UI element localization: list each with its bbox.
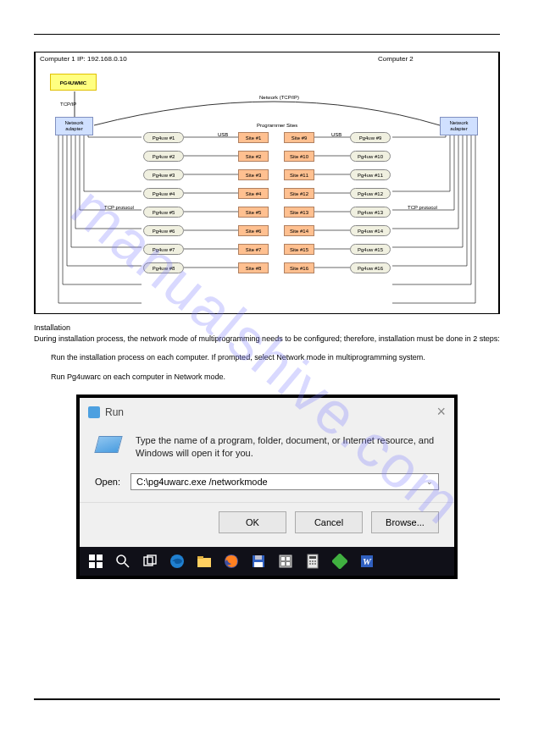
- open-label: Open:: [95, 477, 120, 487]
- pg4uw-left-6: Pg4uw #6: [143, 225, 184, 236]
- svg-rect-27: [332, 554, 347, 569]
- svg-rect-16: [286, 557, 290, 560]
- save-disk-icon[interactable]: [246, 549, 271, 574]
- open-combobox[interactable]: C:\pg4uwarc.exe /networkmode ⌄: [130, 473, 439, 490]
- svg-rect-18: [286, 562, 290, 566]
- browse-button[interactable]: Browse...: [371, 511, 439, 533]
- firefox-icon[interactable]: [219, 549, 244, 574]
- svg-rect-13: [254, 562, 263, 567]
- pg4uw-left-3: Pg4uw #3: [143, 169, 184, 180]
- run-title: Run: [105, 406, 124, 418]
- site-right-7: Site #15: [284, 244, 314, 255]
- svg-rect-1: [97, 555, 103, 560]
- taskbar: W: [80, 547, 454, 576]
- pg4uw-right-5: Pg4uw #13: [350, 207, 391, 218]
- open-value: C:\pg4uwarc.exe /networkmode: [136, 477, 426, 487]
- site-right-1: Site #9: [284, 132, 314, 143]
- explorer-icon[interactable]: [192, 549, 217, 574]
- run-description: Type the name of a program, folder, docu…: [136, 434, 439, 460]
- svg-point-21: [309, 560, 311, 562]
- site-right-4: Site #12: [284, 188, 314, 199]
- word-icon[interactable]: W: [354, 549, 380, 574]
- wires: [35, 52, 501, 315]
- svg-point-25: [312, 563, 314, 565]
- svg-rect-2: [89, 562, 95, 568]
- site-left-5: Site #5: [238, 207, 269, 218]
- run-title-icon: [88, 406, 100, 418]
- search-icon[interactable]: [110, 549, 136, 574]
- site-left-8: Site #8: [238, 262, 269, 273]
- site-right-5: Site #13: [284, 207, 314, 218]
- app-icon-2[interactable]: [327, 549, 353, 574]
- svg-rect-20: [309, 556, 316, 559]
- site-left-1: Site #1: [238, 132, 269, 143]
- pg4uw-left-5: Pg4uw #5: [143, 207, 184, 218]
- svg-text:W: W: [363, 556, 372, 566]
- pg4uw-right-1: Pg4uw #9: [350, 132, 391, 143]
- site-left-4: Site #4: [238, 188, 269, 199]
- cancel-button[interactable]: Cancel: [295, 511, 363, 533]
- site-left-3: Site #3: [238, 169, 269, 180]
- site-right-6: Site #14: [284, 225, 314, 236]
- svg-rect-17: [281, 562, 285, 566]
- svg-rect-8: [197, 558, 211, 567]
- task-view-icon[interactable]: [137, 549, 163, 574]
- svg-point-26: [314, 563, 316, 565]
- chevron-down-icon[interactable]: ⌄: [426, 477, 433, 486]
- ok-button[interactable]: OK: [219, 511, 286, 533]
- site-right-8: Site #16: [284, 262, 314, 273]
- paragraph-1: Installation During installation process…: [34, 323, 500, 344]
- screenshot-frame: Run × Type the name of a program, folder…: [76, 395, 458, 579]
- svg-point-24: [309, 563, 311, 565]
- run-app-icon: [95, 434, 125, 460]
- pg4uw-right-4: Pg4uw #12: [350, 188, 391, 199]
- app-icon-1[interactable]: [273, 549, 298, 574]
- svg-rect-0: [89, 555, 95, 560]
- site-right-2: Site #10: [284, 151, 314, 162]
- pg4uw-left-8: Pg4uw #8: [143, 262, 184, 273]
- svg-point-23: [314, 560, 316, 562]
- paragraph-3: Run Pg4uwarc on each computer in Network…: [51, 372, 500, 383]
- pg4uw-left-4: Pg4uw #4: [143, 188, 184, 199]
- pg4uw-right-2: Pg4uw #10: [350, 151, 391, 162]
- svg-rect-9: [197, 556, 203, 559]
- calculator-icon[interactable]: [300, 549, 325, 574]
- pg4uw-left-2: Pg4uw #2: [143, 151, 184, 162]
- pg4uw-left-7: Pg4uw #7: [143, 244, 184, 255]
- pg4uw-left-1: Pg4uw #1: [143, 132, 184, 143]
- svg-point-4: [117, 555, 125, 564]
- pg4uw-right-7: Pg4uw #15: [350, 244, 391, 255]
- network-diagram: Computer 1 IP: 192.168.0.10 Computer 2 P…: [34, 52, 500, 314]
- site-right-3: Site #11: [284, 169, 314, 180]
- svg-rect-3: [97, 562, 103, 568]
- site-left-2: Site #2: [238, 151, 269, 162]
- pg4uw-right-3: Pg4uw #11: [350, 169, 391, 180]
- close-icon[interactable]: ×: [436, 403, 446, 421]
- site-left-7: Site #7: [238, 244, 269, 255]
- run-dialog: Run × Type the name of a program, folder…: [80, 398, 454, 547]
- start-icon[interactable]: [83, 549, 108, 574]
- svg-point-22: [312, 560, 314, 562]
- pg4uw-right-6: Pg4uw #14: [350, 225, 391, 236]
- pg4uw-right-8: Pg4uw #16: [350, 262, 391, 273]
- svg-rect-15: [281, 557, 285, 560]
- paragraph-2: Run the installation process on each com…: [51, 352, 500, 363]
- svg-rect-12: [255, 555, 262, 560]
- site-left-6: Site #6: [238, 225, 269, 236]
- edge-icon[interactable]: [164, 549, 190, 574]
